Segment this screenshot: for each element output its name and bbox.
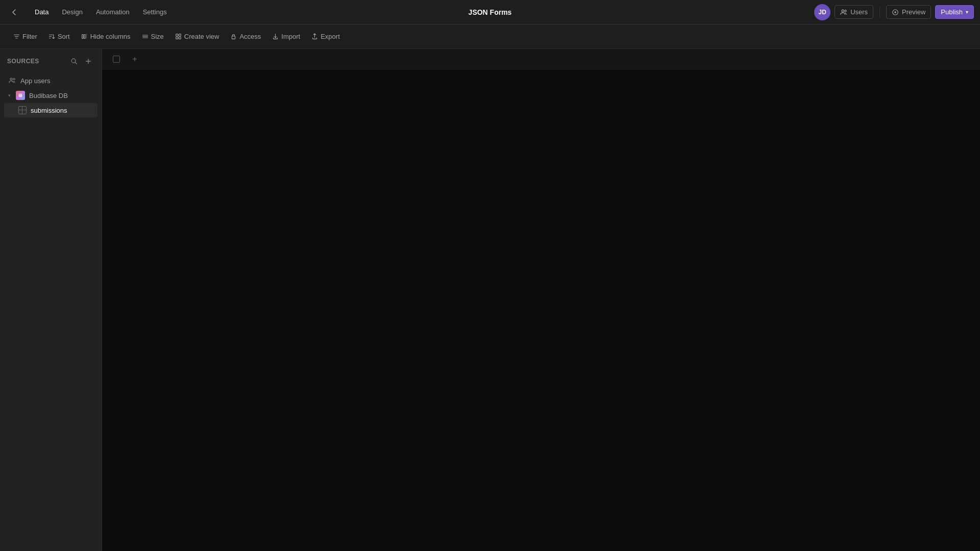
hide-columns-icon [81,33,88,40]
filter-label: Filter [22,33,37,40]
filter-button[interactable]: Filter [8,30,42,43]
svg-point-3 [894,11,896,13]
filter-icon [13,33,20,40]
app-users-label: App users [20,77,51,85]
preview-icon [892,9,899,16]
import-icon [272,33,279,40]
svg-point-0 [842,10,844,12]
size-icon [142,33,149,40]
access-label: Access [239,33,261,40]
svg-rect-5 [84,34,85,38]
main-content: + [102,49,980,551]
create-view-label: Create view [184,33,219,40]
add-source-button[interactable] [82,55,94,67]
svg-point-1 [845,10,847,12]
publish-label: Publish [941,8,963,16]
select-all-checkbox[interactable] [113,56,120,63]
sidebar-item-submissions[interactable]: submissions [4,103,97,117]
sort-button[interactable]: Sort [43,30,75,43]
access-icon [230,33,237,40]
svg-rect-10 [179,37,181,39]
table-icon [18,106,27,114]
main-layout: Sources [0,49,980,551]
tab-settings[interactable]: Settings [137,5,173,19]
hide-columns-button[interactable]: Hide columns [76,30,136,43]
top-nav: Data Design Automation Settings JSON For… [0,0,980,24]
nav-right: JD Users Preview Publish ▾ [814,4,974,20]
nav-tabs: Data Design Automation Settings [29,5,173,19]
tab-data[interactable]: Data [29,5,55,19]
users-icon [840,9,847,16]
users-button[interactable]: Users [835,5,873,19]
expand-icon: ▾ [8,93,11,98]
users-label: Users [850,8,868,16]
add-icon [85,58,92,65]
svg-rect-8 [179,34,181,36]
svg-rect-4 [82,34,83,38]
nav-divider [879,6,880,18]
sidebar-item-budibase-db[interactable]: ▾ ⊞ Budibase DB [4,88,97,103]
export-button[interactable]: Export [306,30,345,43]
tab-design[interactable]: Design [56,5,88,19]
submissions-label: submissions [31,107,67,114]
toolbar: Filter Sort Hide columns Size Create vie… [0,24,980,49]
sidebar-items: App users ▾ ⊞ Budibase DB submissions [0,71,102,119]
svg-point-13 [10,78,12,80]
sidebar-header: Sources [0,49,102,71]
sidebar-actions [68,55,94,67]
preview-label: Preview [902,8,925,16]
export-label: Export [321,33,340,40]
size-button[interactable]: Size [137,30,169,43]
svg-point-14 [13,79,15,80]
app-title: JSON Forms [469,8,512,16]
svg-rect-9 [176,37,178,39]
db-icon: ⊞ [16,91,25,100]
import-button[interactable]: Import [267,30,305,43]
size-label: Size [151,33,164,40]
tab-automation[interactable]: Automation [90,5,136,19]
table-body [102,69,980,551]
sort-icon [48,33,55,40]
svg-rect-7 [176,34,178,36]
select-all-checkbox-area [106,56,127,63]
search-icon [70,58,78,65]
preview-button[interactable]: Preview [886,5,931,19]
app-users-icon [8,77,16,85]
publish-button[interactable]: Publish ▾ [935,5,974,19]
add-column-button[interactable]: + [127,51,143,67]
back-button[interactable] [6,4,22,20]
search-button[interactable] [68,55,80,67]
access-button[interactable]: Access [225,30,266,43]
hide-columns-label: Hide columns [90,33,131,40]
table-header-row: + [102,49,980,69]
budibase-db-label: Budibase DB [29,92,68,99]
create-view-button[interactable]: Create view [170,30,225,43]
sidebar-title: Sources [7,58,39,65]
create-view-icon [175,33,182,40]
sidebar: Sources [0,49,102,551]
avatar[interactable]: JD [814,4,830,20]
sidebar-item-app-users[interactable]: App users [4,73,97,88]
sort-label: Sort [58,33,70,40]
export-icon [311,33,318,40]
publish-chevron-icon: ▾ [966,9,968,15]
nav-left: Data Design Automation Settings [6,4,173,20]
import-label: Import [281,33,300,40]
svg-rect-11 [232,36,236,39]
